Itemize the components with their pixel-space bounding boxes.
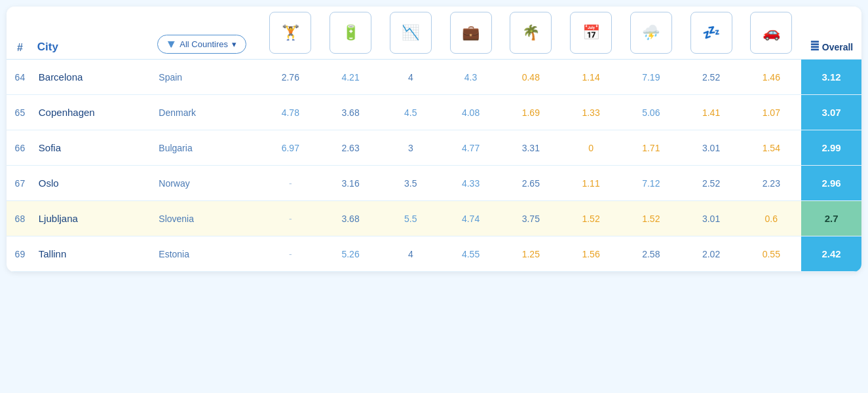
header-overall[interactable]: ≣ Overall [801,7,861,60]
city-name-cell: Oslo [33,166,154,201]
overall-cell: 2.99 [801,130,861,166]
country-cell: Spain [153,60,260,95]
metric-cell: 1.56 [561,236,621,272]
sort-icon: ≣ [810,40,820,53]
metric-cell: 4.78 [260,95,320,130]
country-cell: Slovenia [153,201,260,236]
metric-cell: 1.71 [621,130,681,166]
header-work: 💼 [441,7,501,60]
metric-cell: 1.33 [561,95,621,130]
metric-cell: 1.69 [500,95,561,130]
country-cell: Bulgaria [153,130,260,166]
header-schedule: 📅 [561,7,621,60]
overall-cell: 2.42 [801,236,861,272]
metric-cell: 3.5 [381,166,441,201]
header-rank: # [7,7,33,60]
metric-cell: 1.07 [741,95,801,130]
header-traffic: 🚗 [741,7,801,60]
table-row: 69TallinnEstonia-5.2644.551.251.562.582.… [7,236,861,272]
metric-cell: 5.26 [320,236,381,272]
city-name-cell: Sofia [33,130,154,166]
table-row: 66SofiaBulgaria6.972.6334.773.3101.713.0… [7,130,861,166]
rank-cell: 66 [7,130,33,166]
metric-cell: 4.33 [441,166,501,201]
stress-icon: 🏋️ [269,12,311,54]
metric-cell: 2.76 [260,60,320,95]
metric-cell: 3.68 [320,201,381,236]
metric-cell: 0.6 [741,201,801,236]
metric-cell: 4.08 [441,95,501,130]
sleep-icon: 💤 [690,12,732,54]
metric-cell: 5.06 [621,95,681,130]
overall-cell: 2.7 [801,201,861,236]
metric-cell: 1.54 [741,130,801,166]
metric-cell: 4.3 [441,60,501,95]
chart-icon: 📉 [390,12,432,54]
metric-cell: 4.21 [320,60,381,95]
metric-cell: 1.52 [561,201,621,236]
overall-label: Overall [822,42,853,52]
city-name-cell: Copenhagen [33,95,154,130]
rank-cell: 68 [7,201,33,236]
metric-cell: 6.97 [260,130,320,166]
country-cell: Estonia [153,236,260,272]
header-stress: 🏋️ [260,7,320,60]
metric-cell: 0 [561,130,621,166]
metric-cell: 4 [381,60,441,95]
metric-cell: 2.52 [681,60,742,95]
filter-icon: ⯆ [167,39,176,49]
rank-cell: 64 [7,60,33,95]
country-cell: Denmark [153,95,260,130]
metric-cell: 2.58 [621,236,681,272]
country-cell: Norway [153,166,260,201]
metric-cell: 2.23 [741,166,801,201]
metric-cell: 5.5 [381,201,441,236]
metric-cell: 2.63 [320,130,381,166]
city-name-cell: Ljubljana [33,201,154,236]
overall-cell: 3.12 [801,60,861,95]
rank-cell: 67 [7,166,33,201]
overall-cell: 3.07 [801,95,861,130]
metric-cell: 0.55 [741,236,801,272]
city-name-cell: Barcelona [33,60,154,95]
metric-cell: 7.12 [621,166,681,201]
rank-cell: 69 [7,236,33,272]
table-row: 64BarcelonaSpain2.764.2144.30.481.147.19… [7,60,861,95]
chevron-down-icon: ▾ [232,39,236,49]
metric-cell: 4.5 [381,95,441,130]
metric-cell: 1.11 [561,166,621,201]
table-row: 65CopenhagenDenmark4.783.684.54.081.691.… [7,95,861,130]
metric-cell: 3.01 [681,130,742,166]
weather-icon: ⛈️ [630,12,672,54]
metric-cell: 1.41 [681,95,742,130]
metric-cell: 4.55 [441,236,501,272]
city-name-cell: Tallinn [33,236,154,272]
battery-icon: 🔋 [330,12,371,54]
rankings-table: # City ⯆ All Countires ▾ 🏋️ 🔋 [7,7,861,272]
metric-cell: 1.52 [621,201,681,236]
metric-cell: 3.75 [500,201,561,236]
metric-cell: - [260,201,320,236]
metric-cell: 3.16 [320,166,381,201]
metric-cell: 2.02 [681,236,742,272]
header-city: City [33,7,154,60]
header-leisure: 🌴 [500,7,561,60]
traffic-icon: 🚗 [750,12,792,54]
leisure-icon: 🌴 [510,12,552,54]
rank-cell: 65 [7,95,33,130]
country-filter-button[interactable]: ⯆ All Countires ▾ [157,35,246,54]
header-weather: ⛈️ [621,7,681,60]
metric-cell: - [260,166,320,201]
metric-cell: 3 [381,130,441,166]
metric-cell: 7.19 [621,60,681,95]
metric-cell: 2.52 [681,166,742,201]
filter-label: All Countires [179,39,228,49]
metric-cell: 4.74 [441,201,501,236]
metric-cell: 1.46 [741,60,801,95]
metric-cell: 1.25 [500,236,561,272]
metric-cell: 3.01 [681,201,742,236]
metric-cell: 4 [381,236,441,272]
metric-cell: 1.14 [561,60,621,95]
work-icon: 💼 [450,12,492,54]
header-chart: 📉 [381,7,441,60]
